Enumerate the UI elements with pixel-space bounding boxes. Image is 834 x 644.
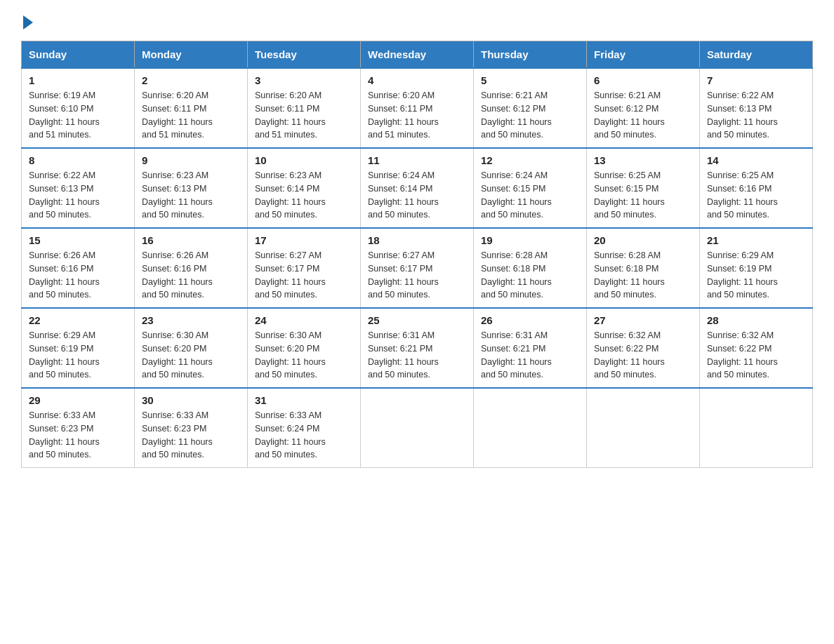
day-info: Sunrise: 6:26 AMSunset: 6:16 PMDaylight:… [29, 249, 127, 302]
day-cell-20: 20Sunrise: 6:28 AMSunset: 6:18 PMDayligh… [587, 228, 700, 308]
day-cell-14: 14Sunrise: 6:25 AMSunset: 6:16 PMDayligh… [700, 148, 813, 228]
empty-cell [474, 388, 587, 468]
week-row-1: 1Sunrise: 6:19 AMSunset: 6:10 PMDaylight… [22, 68, 813, 148]
week-row-2: 8Sunrise: 6:22 AMSunset: 6:13 PMDaylight… [22, 148, 813, 228]
day-info: Sunrise: 6:22 AMSunset: 6:13 PMDaylight:… [707, 89, 805, 142]
day-info: Sunrise: 6:23 AMSunset: 6:13 PMDaylight:… [142, 169, 240, 222]
day-info: Sunrise: 6:23 AMSunset: 6:14 PMDaylight:… [255, 169, 353, 222]
day-info: Sunrise: 6:28 AMSunset: 6:18 PMDaylight:… [481, 249, 579, 302]
empty-cell [587, 388, 700, 468]
day-info: Sunrise: 6:30 AMSunset: 6:20 PMDaylight:… [255, 329, 353, 382]
day-number: 13 [594, 154, 692, 166]
day-info: Sunrise: 6:33 AMSunset: 6:23 PMDaylight:… [142, 409, 240, 462]
day-info: Sunrise: 6:25 AMSunset: 6:15 PMDaylight:… [594, 169, 692, 222]
col-header-friday: Friday [587, 41, 700, 69]
day-info: Sunrise: 6:31 AMSunset: 6:21 PMDaylight:… [368, 329, 466, 382]
week-row-4: 22Sunrise: 6:29 AMSunset: 6:19 PMDayligh… [22, 308, 813, 388]
day-cell-28: 28Sunrise: 6:32 AMSunset: 6:22 PMDayligh… [700, 308, 813, 388]
day-info: Sunrise: 6:32 AMSunset: 6:22 PMDaylight:… [594, 329, 692, 382]
day-cell-8: 8Sunrise: 6:22 AMSunset: 6:13 PMDaylight… [22, 148, 135, 228]
day-cell-31: 31Sunrise: 6:33 AMSunset: 6:24 PMDayligh… [248, 388, 361, 468]
day-cell-19: 19Sunrise: 6:28 AMSunset: 6:18 PMDayligh… [474, 228, 587, 308]
day-cell-18: 18Sunrise: 6:27 AMSunset: 6:17 PMDayligh… [361, 228, 474, 308]
day-cell-17: 17Sunrise: 6:27 AMSunset: 6:17 PMDayligh… [248, 228, 361, 308]
day-number: 5 [481, 74, 579, 86]
day-info: Sunrise: 6:19 AMSunset: 6:10 PMDaylight:… [29, 89, 127, 142]
page-header [21, 14, 813, 27]
day-number: 6 [594, 74, 692, 86]
day-info: Sunrise: 6:21 AMSunset: 6:12 PMDaylight:… [481, 89, 579, 142]
day-cell-11: 11Sunrise: 6:24 AMSunset: 6:14 PMDayligh… [361, 148, 474, 228]
col-header-thursday: Thursday [474, 41, 587, 69]
day-number: 7 [707, 74, 805, 86]
week-row-3: 15Sunrise: 6:26 AMSunset: 6:16 PMDayligh… [22, 228, 813, 308]
calendar-table: SundayMondayTuesdayWednesdayThursdayFrid… [21, 41, 813, 468]
day-info: Sunrise: 6:33 AMSunset: 6:24 PMDaylight:… [255, 409, 353, 462]
col-header-saturday: Saturday [700, 41, 813, 69]
day-info: Sunrise: 6:28 AMSunset: 6:18 PMDaylight:… [594, 249, 692, 302]
empty-cell [361, 388, 474, 468]
day-number: 24 [255, 314, 353, 326]
day-info: Sunrise: 6:22 AMSunset: 6:13 PMDaylight:… [29, 169, 127, 222]
day-number: 11 [368, 154, 466, 166]
day-number: 19 [481, 234, 579, 246]
day-info: Sunrise: 6:26 AMSunset: 6:16 PMDaylight:… [142, 249, 240, 302]
day-number: 10 [255, 154, 353, 166]
day-number: 21 [707, 234, 805, 246]
day-cell-25: 25Sunrise: 6:31 AMSunset: 6:21 PMDayligh… [361, 308, 474, 388]
day-number: 2 [142, 74, 240, 86]
day-cell-10: 10Sunrise: 6:23 AMSunset: 6:14 PMDayligh… [248, 148, 361, 228]
day-cell-30: 30Sunrise: 6:33 AMSunset: 6:23 PMDayligh… [135, 388, 248, 468]
day-number: 28 [707, 314, 805, 326]
day-cell-15: 15Sunrise: 6:26 AMSunset: 6:16 PMDayligh… [22, 228, 135, 308]
day-info: Sunrise: 6:27 AMSunset: 6:17 PMDaylight:… [368, 249, 466, 302]
day-number: 25 [368, 314, 466, 326]
day-number: 14 [707, 154, 805, 166]
empty-cell [700, 388, 813, 468]
day-cell-13: 13Sunrise: 6:25 AMSunset: 6:15 PMDayligh… [587, 148, 700, 228]
day-info: Sunrise: 6:31 AMSunset: 6:21 PMDaylight:… [481, 329, 579, 382]
day-info: Sunrise: 6:20 AMSunset: 6:11 PMDaylight:… [142, 89, 240, 142]
day-number: 20 [594, 234, 692, 246]
day-info: Sunrise: 6:29 AMSunset: 6:19 PMDaylight:… [707, 249, 805, 302]
day-number: 27 [594, 314, 692, 326]
calendar-header-row: SundayMondayTuesdayWednesdayThursdayFrid… [22, 41, 813, 69]
col-header-wednesday: Wednesday [361, 41, 474, 69]
day-cell-26: 26Sunrise: 6:31 AMSunset: 6:21 PMDayligh… [474, 308, 587, 388]
day-cell-24: 24Sunrise: 6:30 AMSunset: 6:20 PMDayligh… [248, 308, 361, 388]
day-cell-23: 23Sunrise: 6:30 AMSunset: 6:20 PMDayligh… [135, 308, 248, 388]
day-cell-21: 21Sunrise: 6:29 AMSunset: 6:19 PMDayligh… [700, 228, 813, 308]
day-number: 8 [29, 154, 127, 166]
col-header-sunday: Sunday [22, 41, 135, 69]
day-number: 23 [142, 314, 240, 326]
day-cell-16: 16Sunrise: 6:26 AMSunset: 6:16 PMDayligh… [135, 228, 248, 308]
day-number: 18 [368, 234, 466, 246]
day-number: 22 [29, 314, 127, 326]
day-cell-1: 1Sunrise: 6:19 AMSunset: 6:10 PMDaylight… [22, 68, 135, 148]
day-cell-7: 7Sunrise: 6:22 AMSunset: 6:13 PMDaylight… [700, 68, 813, 148]
day-number: 29 [29, 394, 127, 406]
day-info: Sunrise: 6:32 AMSunset: 6:22 PMDaylight:… [707, 329, 805, 382]
day-info: Sunrise: 6:33 AMSunset: 6:23 PMDaylight:… [29, 409, 127, 462]
day-number: 16 [142, 234, 240, 246]
day-info: Sunrise: 6:25 AMSunset: 6:16 PMDaylight:… [707, 169, 805, 222]
day-cell-27: 27Sunrise: 6:32 AMSunset: 6:22 PMDayligh… [587, 308, 700, 388]
col-header-tuesday: Tuesday [248, 41, 361, 69]
day-cell-2: 2Sunrise: 6:20 AMSunset: 6:11 PMDaylight… [135, 68, 248, 148]
week-row-5: 29Sunrise: 6:33 AMSunset: 6:23 PMDayligh… [22, 388, 813, 468]
day-cell-6: 6Sunrise: 6:21 AMSunset: 6:12 PMDaylight… [587, 68, 700, 148]
col-header-monday: Monday [135, 41, 248, 69]
logo [21, 14, 33, 27]
day-number: 3 [255, 74, 353, 86]
day-number: 15 [29, 234, 127, 246]
day-info: Sunrise: 6:24 AMSunset: 6:14 PMDaylight:… [368, 169, 466, 222]
day-cell-12: 12Sunrise: 6:24 AMSunset: 6:15 PMDayligh… [474, 148, 587, 228]
day-number: 9 [142, 154, 240, 166]
day-number: 30 [142, 394, 240, 406]
day-number: 26 [481, 314, 579, 326]
day-cell-29: 29Sunrise: 6:33 AMSunset: 6:23 PMDayligh… [22, 388, 135, 468]
logo-arrow-icon [23, 15, 33, 29]
day-number: 17 [255, 234, 353, 246]
day-info: Sunrise: 6:30 AMSunset: 6:20 PMDaylight:… [142, 329, 240, 382]
day-number: 4 [368, 74, 466, 86]
